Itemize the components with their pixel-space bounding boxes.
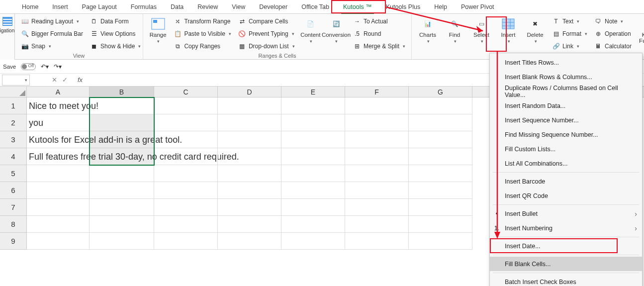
menu-item-insert-titles-rows[interactable]: Insert Titles Rows... <box>490 55 642 70</box>
text-button[interactable]: TText▾ <box>550 16 589 27</box>
cell-c5[interactable] <box>154 165 218 182</box>
reading-layout-button[interactable]: 📖Reading Layout▾ <box>19 16 85 27</box>
cell-e3[interactable] <box>281 131 345 148</box>
cell-d9[interactable] <box>218 233 281 250</box>
cell-g4[interactable] <box>409 148 472 165</box>
cell-c9[interactable] <box>154 233 218 250</box>
tab-developer[interactable]: Developer <box>252 0 294 14</box>
tab-view[interactable]: View <box>225 0 252 14</box>
col-header-a[interactable]: A <box>27 87 90 97</box>
cell-g6[interactable] <box>409 182 472 199</box>
tab-office-tab[interactable]: Office Tab <box>294 0 336 14</box>
cell-b8[interactable] <box>90 216 154 233</box>
cell-b1[interactable] <box>90 97 154 114</box>
cell-a5[interactable] <box>27 165 90 182</box>
cell-b7[interactable] <box>90 199 154 216</box>
row-header-5[interactable]: 5 <box>0 165 27 182</box>
cell-e2[interactable] <box>281 114 345 131</box>
calculator-button[interactable]: 🖩Calculator <box>592 41 634 52</box>
fx-icon[interactable]: fx <box>78 76 83 84</box>
tab-formulas[interactable]: Formulas <box>124 0 164 14</box>
row-header-7[interactable]: 7 <box>0 199 27 216</box>
find-button[interactable]: 🔍Find▾ <box>443 16 466 52</box>
select-button[interactable]: ▭Select▾ <box>469 16 493 52</box>
cell-d8[interactable] <box>218 216 281 233</box>
cell-f6[interactable] <box>345 182 409 199</box>
conversion-button[interactable]: 🔄Conversion▾ <box>324 16 348 52</box>
cell-f8[interactable] <box>345 216 409 233</box>
cell-g1[interactable] <box>409 97 472 114</box>
menu-item-insert-bullet[interactable]: •Insert Bullet <box>490 206 642 221</box>
tab-kutools-plus[interactable]: Kutools Plus <box>379 0 427 14</box>
cell-e9[interactable] <box>281 233 345 250</box>
content-button[interactable]: 📄Content▾ <box>300 16 321 52</box>
autosave-toggle[interactable]: Off <box>21 63 36 70</box>
cell-g2[interactable] <box>409 114 472 131</box>
range-button[interactable]: Range▾ <box>147 16 169 52</box>
cell-e1[interactable] <box>281 97 345 114</box>
row-header-9[interactable]: 9 <box>0 233 27 250</box>
operation-button[interactable]: ⊕Operation <box>592 28 634 39</box>
cell-f7[interactable] <box>345 199 409 216</box>
cell-a7[interactable] <box>27 199 90 216</box>
copy-ranges-button[interactable]: ⧉Copy Ranges <box>172 41 233 52</box>
paste-to-visible-button[interactable]: 📋Paste to Visible▾ <box>172 28 233 39</box>
compare-cells-button[interactable]: ⇄Compare Cells <box>236 16 297 27</box>
snap-button[interactable]: 📷Snap▾ <box>19 41 85 52</box>
cell-b3[interactable] <box>90 131 154 148</box>
merge-split-button[interactable]: ⊞Merge & Split▾ <box>351 41 407 52</box>
cell-a2[interactable]: you <box>27 114 90 131</box>
cell-b5[interactable] <box>90 165 154 182</box>
cell-b6[interactable] <box>90 182 154 199</box>
menu-item-insert-random-data[interactable]: Insert Random Data... <box>490 98 642 113</box>
charts-button[interactable]: 📊Charts▾ <box>416 16 440 52</box>
cell-a4[interactable]: Full features free trial 30-day, no cred… <box>27 148 90 165</box>
select-all-corner[interactable] <box>0 87 27 97</box>
navigation-pane-button[interactable]: igation <box>0 14 15 60</box>
name-box[interactable]: ▾ <box>2 75 30 86</box>
cell-e6[interactable] <box>281 182 345 199</box>
col-header-c[interactable]: C <box>154 87 218 97</box>
delete-button[interactable]: ✖Delete▾ <box>523 16 547 52</box>
cell-a9[interactable] <box>27 233 90 250</box>
tab-help[interactable]: Help <box>427 0 454 14</box>
row-header-8[interactable]: 8 <box>0 216 27 233</box>
to-actual-button[interactable]: →To Actual <box>351 16 407 27</box>
tab-power-pivot[interactable]: Power Pivot <box>454 0 501 14</box>
view-options-button[interactable]: ☰View Options <box>88 28 143 39</box>
cell-g9[interactable] <box>409 233 472 250</box>
cell-a3[interactable]: Kutools for Excel add-in is a great tool… <box>27 131 90 148</box>
redo-button[interactable]: ↷▾ <box>54 63 62 70</box>
cell-f2[interactable] <box>345 114 409 131</box>
show-hide-button[interactable]: ◼Show & Hide▾ <box>88 41 143 52</box>
menu-item-list-all-combinations[interactable]: List All Combinations... <box>490 156 642 171</box>
cell-d7[interactable] <box>218 199 281 216</box>
cell-f3[interactable] <box>345 131 409 148</box>
row-header-1[interactable]: 1 <box>0 97 27 114</box>
col-header-g[interactable]: G <box>409 87 472 97</box>
cell-c7[interactable] <box>154 199 218 216</box>
insert-button[interactable]: Insert▾ <box>496 16 520 52</box>
col-header-b[interactable]: B <box>90 87 154 97</box>
format-button[interactable]: ▤Format▾ <box>550 28 589 39</box>
cell-f9[interactable] <box>345 233 409 250</box>
dropdown-list-button[interactable]: ▦Drop-down List▾ <box>236 41 297 52</box>
cell-c1[interactable] <box>154 97 218 114</box>
col-header-e[interactable]: E <box>281 87 345 97</box>
link-button[interactable]: 🔗Link▾ <box>550 41 589 52</box>
cell-e8[interactable] <box>281 216 345 233</box>
tab-home[interactable]: Home <box>15 0 45 14</box>
row-header-6[interactable]: 6 <box>0 182 27 199</box>
prevent-typing-button[interactable]: 🚫Prevent Typing▾ <box>236 28 297 39</box>
cell-f4[interactable] <box>345 148 409 165</box>
cell-g8[interactable] <box>409 216 472 233</box>
cell-d3[interactable] <box>218 131 281 148</box>
cell-f5[interactable] <box>345 165 409 182</box>
transform-range-button[interactable]: ⤭Transform Range <box>172 16 233 27</box>
cancel-formula-icon[interactable]: ✕ <box>52 76 57 84</box>
cell-f1[interactable] <box>345 97 409 114</box>
menu-item-find-missing-sequence-number[interactable]: Find Missing Sequence Number... <box>490 127 642 142</box>
note-button[interactable]: 🗨Note▾ <box>592 16 634 27</box>
menu-item-fill-custom-lists[interactable]: Fill Custom Lists... <box>490 142 642 156</box>
cell-c8[interactable] <box>154 216 218 233</box>
